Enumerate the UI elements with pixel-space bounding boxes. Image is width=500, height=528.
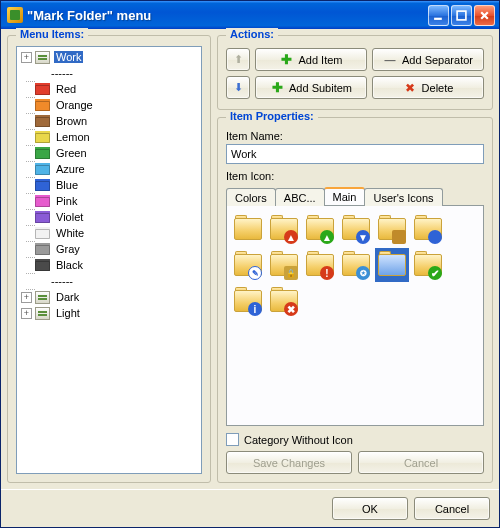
icon-option-selected[interactable] xyxy=(375,248,409,282)
window: "Mark Folder" menu Menu Items: + Wo xyxy=(0,0,500,528)
tree-label: Brown xyxy=(54,115,89,127)
tree-label: Azure xyxy=(54,163,87,175)
tree-item-green[interactable]: Green xyxy=(19,145,199,161)
folder-icon xyxy=(35,227,50,239)
folder-icon xyxy=(35,179,50,191)
folder-icon xyxy=(35,211,50,223)
save-changes-button[interactable]: Save Changes xyxy=(226,451,352,474)
icon-option[interactable] xyxy=(411,212,445,246)
tree-item-orange[interactable]: Orange xyxy=(19,97,199,113)
move-down-button[interactable] xyxy=(226,76,250,99)
maximize-button[interactable] xyxy=(451,5,472,26)
icon-option[interactable]: ▲ xyxy=(303,212,337,246)
expand-icon[interactable]: + xyxy=(21,292,32,303)
item-properties-group: Item Properties: Item Name: Item Icon: C… xyxy=(217,117,493,483)
tree-label: Black xyxy=(54,259,85,271)
btn-label: Add Separator xyxy=(402,54,473,66)
item-name-input[interactable] xyxy=(226,144,484,164)
btn-label: Delete xyxy=(422,82,454,94)
tree-item-brown[interactable]: Brown xyxy=(19,113,199,129)
tree-item-dark[interactable]: + Dark xyxy=(19,289,199,305)
folder-icon xyxy=(35,99,50,111)
icon-option[interactable] xyxy=(231,212,265,246)
titlebar[interactable]: "Mark Folder" menu xyxy=(1,1,499,29)
item-icon-label: Item Icon: xyxy=(226,170,484,182)
app-icon xyxy=(7,7,23,23)
menu-icon xyxy=(35,51,50,64)
add-item-button[interactable]: Add Item xyxy=(255,48,367,71)
folder-icon xyxy=(35,83,50,95)
tree-item-azure[interactable]: Azure xyxy=(19,161,199,177)
icon-option[interactable]: ▲ xyxy=(267,212,301,246)
tree-item-violet[interactable]: Violet xyxy=(19,209,199,225)
folder-icon xyxy=(35,163,50,175)
plus-icon xyxy=(279,53,293,67)
tab-users-icons[interactable]: User's Icons xyxy=(364,188,442,206)
icon-option[interactable]: ✔ xyxy=(411,248,445,282)
cancel-button[interactable]: Cancel xyxy=(414,497,490,520)
delete-button[interactable]: Delete xyxy=(372,76,484,99)
icon-option[interactable] xyxy=(375,212,409,246)
tree-label: Pink xyxy=(54,195,79,207)
tree-label: Gray xyxy=(54,243,82,255)
menu-items-title: Menu Items: xyxy=(16,28,88,40)
arrow-down-icon xyxy=(231,81,245,95)
tree-label: Light xyxy=(54,307,82,319)
window-title: "Mark Folder" menu xyxy=(27,8,428,23)
tree-label: Red xyxy=(54,83,78,95)
plus-icon xyxy=(270,81,284,95)
icon-selection-pane[interactable]: ▲ ▲ ▼ ✎ 🔒 ! ✪ ✔ i ✖ xyxy=(226,205,484,426)
ok-button[interactable]: OK xyxy=(332,497,408,520)
icon-option[interactable]: ✎ xyxy=(231,248,265,282)
tree-label: Lemon xyxy=(54,131,92,143)
item-properties-title: Item Properties: xyxy=(226,110,318,122)
tree-item-black[interactable]: Black xyxy=(19,257,199,273)
expand-icon[interactable]: + xyxy=(21,308,32,319)
tree-item-work[interactable]: + Work xyxy=(19,49,199,65)
icon-option[interactable]: ✪ xyxy=(339,248,373,282)
tree-label: Violet xyxy=(54,211,85,223)
icon-option[interactable]: 🔒 xyxy=(267,248,301,282)
move-up-button[interactable] xyxy=(226,48,250,71)
menu-items-tree[interactable]: + Work ------ Red xyxy=(16,46,202,474)
tree-item-light[interactable]: + Light xyxy=(19,305,199,321)
svg-rect-1 xyxy=(457,11,466,20)
actions-group: Actions: Add Item Add Separator Add Sub xyxy=(217,35,493,110)
tree-label: Green xyxy=(54,147,89,159)
icon-option[interactable]: i xyxy=(231,284,265,318)
minimize-button[interactable] xyxy=(428,5,449,26)
icon-option[interactable]: ▼ xyxy=(339,212,373,246)
menu-icon xyxy=(35,307,50,320)
folder-icon xyxy=(35,115,50,127)
dialog-footer: OK Cancel xyxy=(1,489,499,527)
tree-label: White xyxy=(54,227,86,239)
category-without-icon-label: Category Without Icon xyxy=(244,434,353,446)
tree-label: ------ xyxy=(49,67,75,79)
tree-item-gray[interactable]: Gray xyxy=(19,241,199,257)
folder-icon xyxy=(35,131,50,143)
tree-item-pink[interactable]: Pink xyxy=(19,193,199,209)
tree-item-separator[interactable]: ------ xyxy=(19,65,199,81)
add-separator-button[interactable]: Add Separator xyxy=(372,48,484,71)
tree-label: Work xyxy=(54,51,83,63)
tab-main[interactable]: Main xyxy=(324,187,366,205)
tree-item-white[interactable]: White xyxy=(19,225,199,241)
close-button[interactable] xyxy=(474,5,495,26)
folder-icon xyxy=(35,259,50,271)
tree-item-red[interactable]: Red xyxy=(19,81,199,97)
props-cancel-button[interactable]: Cancel xyxy=(358,451,484,474)
tree-item-lemon[interactable]: Lemon xyxy=(19,129,199,145)
tree-item-separator[interactable]: ------ xyxy=(19,273,199,289)
tab-colors[interactable]: Colors xyxy=(226,188,276,206)
tree-item-blue[interactable]: Blue xyxy=(19,177,199,193)
tree-label: ------ xyxy=(49,275,75,287)
add-subitem-button[interactable]: Add Subitem xyxy=(255,76,367,99)
folder-icon xyxy=(35,195,50,207)
expand-icon[interactable]: + xyxy=(21,52,32,63)
btn-label: Add Subitem xyxy=(289,82,352,94)
icon-option[interactable]: ✖ xyxy=(267,284,301,318)
tab-abc[interactable]: ABC... xyxy=(275,188,325,206)
tree-label: Blue xyxy=(54,179,80,191)
icon-option[interactable]: ! xyxy=(303,248,337,282)
category-without-icon-checkbox[interactable] xyxy=(226,433,239,446)
